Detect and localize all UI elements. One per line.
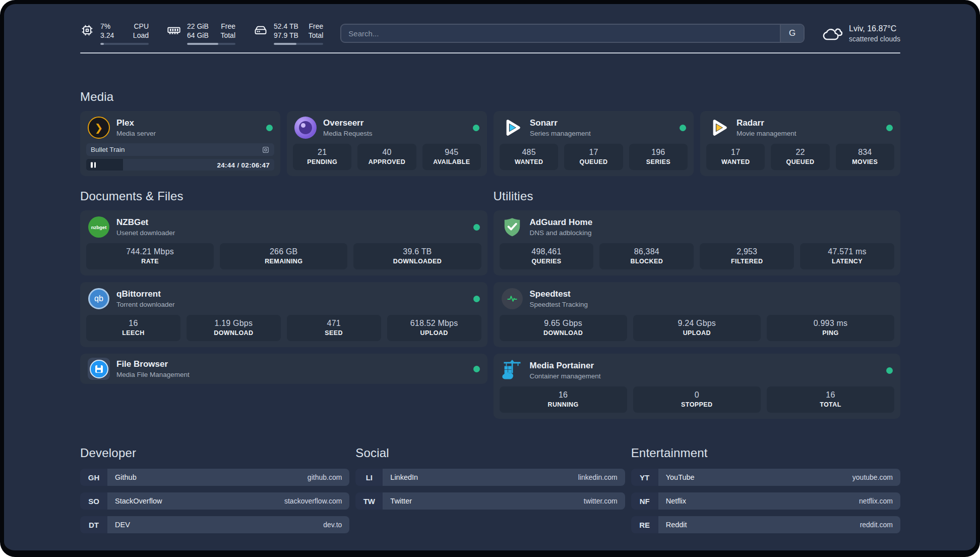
app-name: AdGuard Home bbox=[530, 217, 593, 228]
plex-now-playing-widget: Bullet Train 24:44 / 02:06:47 bbox=[86, 143, 274, 171]
section-social: Social LI LinkedInlinkedin.com TW Twitte… bbox=[355, 446, 625, 533]
stat-tile: 471SEED bbox=[287, 315, 381, 341]
sonarr-card[interactable]: Sonarr Series management 485WANTED 17QUE… bbox=[494, 111, 694, 176]
stat-tile: 1.19 GbpsDOWNLOAD bbox=[187, 315, 281, 341]
app-subtitle: Speedtest Tracking bbox=[530, 301, 588, 308]
ram-label-1: Free bbox=[220, 22, 235, 31]
stat-tile: 498,461QUERIES bbox=[500, 243, 594, 269]
link-abbr: DT bbox=[80, 516, 107, 533]
link-stackoverflow[interactable]: SO StackOverflowstackoverflow.com bbox=[80, 492, 349, 510]
section-developer: Developer GH Githubgithub.com SO StackOv… bbox=[80, 446, 349, 533]
header-divider bbox=[80, 52, 900, 53]
link-name: StackOverflow bbox=[115, 497, 162, 505]
app-name: NZBGet bbox=[116, 217, 175, 228]
section-utilities: Utilities AdGuard Home bbox=[494, 189, 901, 419]
link-name: Github bbox=[115, 473, 137, 481]
disk-stat: 52.4 TB97.9 TB FreeTotal bbox=[254, 22, 323, 45]
status-dot bbox=[886, 125, 893, 131]
cpu-load: 3.24 bbox=[100, 31, 114, 40]
link-linkedin[interactable]: LI LinkedInlinkedin.com bbox=[355, 469, 625, 486]
link-name: LinkedIn bbox=[390, 473, 418, 481]
app-subtitle: Series management bbox=[530, 130, 591, 137]
link-name: DEV bbox=[115, 521, 130, 529]
app-name: Radarr bbox=[737, 118, 797, 128]
app-subtitle: Torrent downloader bbox=[116, 301, 175, 308]
stat-tile: 39.6 TBDOWNLOADED bbox=[353, 243, 481, 269]
dashboard-window: 7%3.24 CPULoad 22 GiB64 GiB FreeTotal bbox=[0, 0, 980, 557]
filebrowser-card[interactable]: File Browser Media File Management bbox=[80, 354, 487, 384]
link-dev-to[interactable]: DT DEVdev.to bbox=[80, 516, 349, 533]
link-name: Twitter bbox=[390, 497, 412, 505]
qbittorrent-card[interactable]: qb qBittorrent Torrent downloader 16LEEC… bbox=[80, 282, 487, 347]
social-section-title: Social bbox=[355, 446, 625, 460]
ram-label-2: Total bbox=[220, 31, 235, 40]
link-reddit[interactable]: RE Redditreddit.com bbox=[631, 516, 900, 533]
search-bar: G bbox=[340, 24, 805, 43]
status-dot bbox=[473, 366, 480, 372]
link-name: YouTube bbox=[666, 473, 695, 481]
app-name: Sonarr bbox=[530, 118, 591, 128]
cpu-percent: 7% bbox=[100, 22, 114, 31]
disk-total: 97.9 TB bbox=[274, 31, 298, 40]
status-dot bbox=[266, 125, 273, 131]
search-input[interactable] bbox=[341, 25, 780, 42]
overseerr-card[interactable]: Overseerr Media Requests 21PENDING 40APP… bbox=[287, 111, 487, 176]
playback-time: 24:44 / 02:06:47 bbox=[217, 161, 270, 169]
app-name: Media Portainer bbox=[530, 361, 601, 371]
link-abbr: RE bbox=[631, 516, 658, 533]
weather-widget[interactable]: Lviv, 16.87°C scattered clouds bbox=[822, 24, 900, 43]
portainer-icon bbox=[501, 359, 523, 381]
clouds-icon bbox=[822, 24, 843, 42]
stat-tile: 40APPROVED bbox=[357, 144, 416, 170]
app-name: Speedtest bbox=[530, 289, 588, 299]
app-subtitle: DNS and adblocking bbox=[530, 229, 593, 237]
portainer-card[interactable]: Media Portainer Container management 16R… bbox=[494, 354, 901, 419]
app-subtitle: Media Requests bbox=[323, 130, 373, 137]
link-url: reddit.com bbox=[860, 521, 893, 529]
link-abbr: NF bbox=[631, 492, 658, 510]
link-github[interactable]: GH Githubgithub.com bbox=[80, 469, 349, 486]
cpu-label-2: Load bbox=[133, 31, 149, 40]
nzbget-card[interactable]: nzbget NZBGet Usenet downloader 744.21 M… bbox=[80, 210, 487, 275]
disk-label-2: Total bbox=[309, 31, 324, 40]
status-dot bbox=[473, 296, 480, 302]
link-url: dev.to bbox=[323, 521, 342, 529]
link-netflix[interactable]: NF Netflixnetflix.com bbox=[631, 492, 900, 510]
now-playing-title: Bullet Train bbox=[91, 146, 125, 153]
cpu-usage-bar bbox=[100, 43, 149, 45]
status-dot bbox=[473, 125, 479, 131]
developer-section-title: Developer bbox=[80, 446, 349, 460]
speedtest-card[interactable]: Speedtest Speedtest Tracking 9.65 GbpsDO… bbox=[494, 282, 901, 347]
link-url: github.com bbox=[308, 473, 342, 481]
stat-tile: 834MOVIES bbox=[836, 144, 894, 170]
app-name: Plex bbox=[116, 118, 156, 128]
stat-tile: 0.993 msPING bbox=[767, 315, 894, 341]
plex-card[interactable]: ❯ Plex Media server Bullet Train bbox=[80, 111, 280, 176]
disk-icon bbox=[254, 23, 268, 37]
stat-tile: 22QUEUED bbox=[771, 144, 829, 170]
nzbget-icon: nzbget bbox=[88, 216, 109, 238]
media-section-title: Media bbox=[80, 90, 900, 104]
section-media: Media ❯ Plex Media server Bullet Tr bbox=[80, 90, 900, 176]
search-engine-button[interactable]: G bbox=[780, 25, 804, 42]
overseerr-icon bbox=[294, 117, 317, 139]
link-twitter[interactable]: TW Twittertwitter.com bbox=[355, 492, 625, 510]
stat-tile: 0STOPPED bbox=[633, 386, 761, 413]
system-stats: 7%3.24 CPULoad 22 GiB64 GiB FreeTotal bbox=[80, 22, 323, 45]
stat-tile: 945AVAILABLE bbox=[422, 144, 481, 170]
link-url: youtube.com bbox=[852, 473, 893, 481]
link-url: stackoverflow.com bbox=[284, 497, 342, 505]
qbittorrent-icon: qb bbox=[88, 288, 109, 309]
adguard-card[interactable]: AdGuard Home DNS and adblocking 498,461Q… bbox=[494, 210, 901, 275]
stat-tile: 2,953FILTERED bbox=[700, 243, 794, 269]
radarr-card[interactable]: Radarr Movie management 17WANTED 22QUEUE… bbox=[700, 111, 900, 176]
plex-icon: ❯ bbox=[88, 117, 110, 139]
link-youtube[interactable]: YT YouTubeyoutube.com bbox=[631, 469, 900, 486]
sonarr-icon bbox=[501, 117, 523, 139]
entertainment-section-title: Entertainment bbox=[631, 446, 900, 460]
status-dot bbox=[680, 125, 686, 131]
pause-icon bbox=[91, 162, 96, 168]
link-url: linkedin.com bbox=[578, 473, 618, 481]
status-dot bbox=[473, 224, 480, 231]
section-documents-files: Documents & Files nzbget NZBGet Usenet d… bbox=[80, 189, 487, 419]
